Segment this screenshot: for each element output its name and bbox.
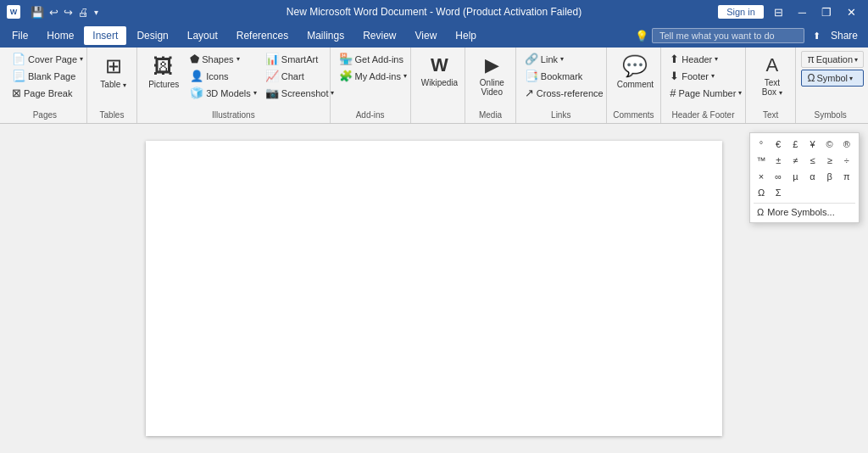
share-area: ⬆ Share [813, 28, 865, 43]
tell-me-input[interactable] [652, 28, 804, 43]
menu-insert[interactable]: Insert [84, 26, 126, 45]
symbol-dropdown: ° € £ ¥ © ® ™ ± ≠ ≤ ≥ ÷ × ∞ µ α β π Ω Σ … [749, 132, 860, 223]
cover-page-icon: 📄 [12, 53, 25, 65]
close-btn[interactable]: ✕ [842, 6, 861, 19]
page-number-arrow: ▾ [738, 89, 742, 97]
shapes-btn[interactable]: ⬟ Shapes ▾ [186, 51, 260, 67]
comment-label: Comment [617, 80, 654, 89]
ribbon-group-wikipedia: W Wikipedia [411, 48, 466, 123]
3d-models-btn[interactable]: 🧊 3D Models ▾ [186, 85, 260, 101]
document-area [0, 124, 868, 453]
illus-col1: ⬟ Shapes ▾ 👤 Icons 🧊 3D Models ▾ [186, 51, 260, 115]
menu-layout[interactable]: Layout [179, 26, 226, 45]
chart-btn[interactable]: 📈 Chart [262, 68, 338, 84]
symbol-degree[interactable]: ° [754, 137, 769, 152]
menu-bar: File Home Insert Design Layout Reference… [0, 24, 868, 48]
cover-page-btn[interactable]: 📄 Cover Page ▾ [8, 51, 86, 67]
shapes-arrow: ▾ [236, 55, 240, 63]
symbol-leq[interactable]: ≤ [804, 153, 820, 168]
textbox-btn[interactable]: A TextBox ▾ [751, 51, 793, 100]
online-video-btn[interactable]: ▶ OnlineVideo [470, 51, 513, 100]
menu-mailings[interactable]: Mailings [298, 26, 353, 45]
menu-review[interactable]: Review [354, 26, 404, 45]
symbol-grid: ° € £ ¥ © ® ™ ± ≠ ≤ ≥ ÷ × ∞ µ α β π Ω Σ [754, 137, 855, 200]
table-btn[interactable]: ⊞ Table ▾ [92, 51, 135, 92]
ribbon: 📄 Cover Page ▾ 📃 Blank Page ⊠ Page Break… [0, 48, 868, 124]
comment-icon: 💬 [622, 54, 648, 78]
symbol-mu[interactable]: µ [787, 169, 803, 184]
icons-label: Icons [206, 71, 228, 81]
symbol-beta[interactable]: β [822, 169, 837, 184]
my-addins-btn[interactable]: 🧩 My Add-ins ▾ [336, 68, 410, 84]
undo-qs-btn[interactable]: ↩ [49, 6, 58, 19]
ribbon-group-links: 🔗 Link ▾ 📑 Bookmark ↗ Cross-reference Li… [516, 48, 607, 123]
symbol-geq[interactable]: ≥ [822, 153, 837, 168]
symbol-times[interactable]: × [754, 169, 769, 184]
screenshot-label: Screenshot [281, 88, 329, 98]
symbol-yen[interactable]: ¥ [804, 137, 820, 152]
symbol-copyright[interactable]: © [822, 137, 837, 152]
document-page[interactable] [146, 141, 722, 436]
symbol-euro[interactable]: € [771, 137, 786, 152]
textbox-icon: A [766, 54, 779, 76]
footer-btn[interactable]: ⬇ Footer ▾ [666, 68, 745, 84]
screenshot-btn[interactable]: 📷 Screenshot ▾ [262, 85, 338, 101]
equation-icon: π [807, 53, 814, 65]
more-symbols-label: More Symbols... [767, 207, 834, 217]
ribbon-display-btn[interactable]: ⊟ [769, 6, 788, 19]
symbol-omega[interactable]: Ω [754, 185, 769, 200]
header-btn[interactable]: ⬆ Header ▾ [666, 51, 745, 67]
smartart-icon: 📊 [265, 53, 279, 65]
symbol-notequal[interactable]: ≠ [787, 153, 803, 168]
bookmark-btn[interactable]: 📑 Bookmark [521, 68, 607, 84]
symbol-label: Symbol [816, 73, 848, 83]
symbol-infinity[interactable]: ∞ [771, 169, 786, 184]
symbol-btn[interactable]: Ω Symbol ▾ [801, 70, 864, 87]
pictures-btn[interactable]: 🖼 Pictures [142, 51, 185, 92]
symbol-divide[interactable]: ÷ [839, 153, 854, 168]
ribbon-group-text: A TextBox ▾ Text [746, 48, 797, 123]
wikipedia-btn[interactable]: W Wikipedia [416, 51, 463, 91]
symbol-trademark[interactable]: ™ [754, 153, 769, 168]
smartart-btn[interactable]: 📊 SmartArt [262, 51, 338, 67]
more-symbols-btn[interactable]: Ω More Symbols... [754, 203, 855, 219]
equation-arrow: ▾ [854, 56, 858, 64]
footer-icon: ⬇ [670, 70, 679, 82]
symbol-plusminus[interactable]: ± [771, 153, 786, 168]
page-break-btn[interactable]: ⊠ Page Break [8, 85, 86, 101]
menu-file[interactable]: File [3, 26, 36, 45]
symbol-registered[interactable]: ® [839, 137, 854, 152]
3d-models-icon: 🧊 [190, 87, 203, 99]
restore-btn[interactable]: ❐ [816, 6, 837, 19]
quick-access-toolbar: 💾 ↩ ↪ 🖨 ▾ [31, 6, 98, 19]
blank-page-btn[interactable]: 📃 Blank Page [8, 68, 86, 84]
header-arrow: ▾ [715, 55, 718, 63]
share-button[interactable]: Share [824, 28, 865, 43]
minimize-btn[interactable]: ─ [793, 6, 811, 19]
symbol-pi[interactable]: π [839, 169, 854, 184]
equation-btn[interactable]: π Equation ▾ [801, 51, 864, 68]
signin-button[interactable]: Sign in [718, 5, 764, 19]
menu-home[interactable]: Home [38, 26, 82, 45]
symbol-sigma[interactable]: Σ [771, 185, 786, 200]
save-qs-btn[interactable]: 💾 [31, 6, 44, 19]
link-icon: 🔗 [525, 53, 538, 65]
icons-btn[interactable]: 👤 Icons [186, 68, 260, 84]
menu-view[interactable]: View [407, 26, 446, 45]
symbol-alpha[interactable]: α [804, 169, 820, 184]
cross-reference-btn[interactable]: ↗ Cross-reference [521, 85, 607, 101]
wikipedia-label: Wikipedia [421, 78, 458, 87]
menu-design[interactable]: Design [128, 26, 176, 45]
menu-help[interactable]: Help [447, 26, 485, 45]
wikipedia-items: W Wikipedia [416, 51, 463, 123]
page-number-btn[interactable]: # Page Number ▾ [666, 85, 745, 101]
symbol-pound[interactable]: £ [787, 137, 803, 152]
customize-qs-btn[interactable]: ▾ [94, 8, 98, 17]
comment-btn[interactable]: 💬 Comment [612, 51, 659, 92]
print-qs-btn[interactable]: 🖨 [78, 6, 89, 19]
menu-references[interactable]: References [228, 26, 297, 45]
get-addins-btn[interactable]: 🏪 Get Add-ins [336, 51, 410, 67]
link-btn[interactable]: 🔗 Link ▾ [521, 51, 607, 67]
page-break-label: Page Break [24, 88, 72, 98]
redo-qs-btn[interactable]: ↪ [64, 6, 73, 19]
